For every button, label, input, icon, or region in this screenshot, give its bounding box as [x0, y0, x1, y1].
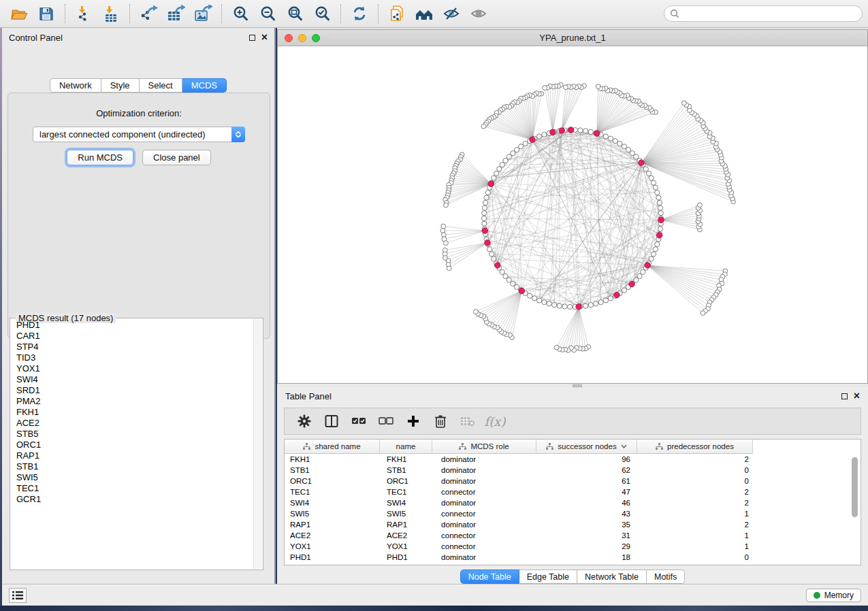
tab-node-table[interactable]: Node Table — [460, 569, 519, 584]
attribute-tree-icon — [546, 443, 553, 450]
table-row[interactable]: RAP1RAP1dominator352 — [285, 519, 861, 530]
cell-successor-nodes: 62 — [536, 466, 637, 474]
cell-successor-nodes: 31 — [536, 531, 637, 540]
tab-select[interactable]: Select — [140, 78, 182, 93]
mcds-result-item[interactable]: ORC1 — [11, 440, 253, 450]
clone-network-button[interactable] — [383, 2, 411, 25]
zoom-fit-button[interactable] — [281, 2, 308, 25]
search-box[interactable] — [664, 5, 863, 22]
delete-table-button[interactable] — [457, 411, 478, 431]
close-table-panel-icon[interactable]: × — [854, 393, 860, 399]
mcds-result-item[interactable]: RAP1 — [11, 450, 253, 461]
cell-shared-name: SWI4 — [285, 499, 380, 507]
tab-network-table[interactable]: Network Table — [577, 569, 647, 584]
export-table-button[interactable] — [162, 2, 189, 25]
cell-shared-name: ACE2 — [285, 531, 380, 540]
mcds-result-item[interactable]: SWI5 — [11, 472, 253, 483]
zoom-selected-button[interactable] — [308, 2, 336, 25]
table-toolbar: f(x) — [284, 408, 861, 435]
function-builder-button[interactable]: f(x) — [485, 411, 505, 431]
gear-button[interactable] — [294, 411, 315, 431]
memory-button[interactable]: Memory — [806, 589, 861, 602]
delete-column-button[interactable] — [430, 411, 451, 431]
close-panel-icon[interactable]: × — [261, 34, 268, 41]
table-row[interactable]: SWI4SWI4dominator462 — [285, 497, 861, 508]
table-row[interactable]: YOX1YOX1connector291 — [285, 541, 861, 552]
table-row[interactable]: FKH1FKH1dominator962 — [285, 454, 861, 465]
table-row[interactable]: ACE2ACE2connector311 — [285, 530, 861, 541]
export-image-button[interactable] — [189, 2, 216, 25]
select-all-button[interactable] — [349, 411, 369, 431]
deselect-all-button[interactable] — [376, 411, 396, 431]
column-header-name[interactable]: name — [380, 440, 432, 454]
cell-MCDS-role: dominator — [432, 455, 536, 463]
split-panel-button[interactable] — [321, 411, 342, 431]
column-header-shared-name[interactable]: shared name — [285, 440, 380, 454]
zoom-out-button[interactable] — [254, 2, 281, 25]
task-history-button[interactable] — [9, 588, 27, 603]
open-button[interactable] — [5, 2, 33, 25]
network-overview-icon — [415, 5, 434, 22]
mcds-result-item[interactable]: STP4 — [11, 342, 253, 352]
zoom-in-button[interactable] — [227, 2, 254, 25]
table-scrollbar[interactable] — [852, 456, 858, 563]
cell-shared-name: FKH1 — [285, 455, 380, 463]
tab-edge-table[interactable]: Edge Table — [519, 569, 577, 584]
cell-predecessor-nodes: 0 — [637, 466, 753, 474]
save-button[interactable] — [33, 2, 60, 25]
dropdown-stepper-icon — [231, 127, 245, 142]
mcds-result-item[interactable]: STB5 — [11, 429, 253, 440]
table-row[interactable]: TEC1TEC1connector472 — [285, 486, 861, 497]
mcds-result-item[interactable]: GCR1 — [11, 494, 253, 505]
tab-network[interactable]: Network — [50, 78, 101, 93]
cell-predecessor-nodes: 1 — [637, 542, 753, 550]
toolbar-separator — [221, 4, 222, 23]
float-table-panel-icon[interactable] — [841, 393, 848, 399]
mcds-result-item[interactable]: ACE2 — [11, 418, 253, 429]
tab-style[interactable]: Style — [101, 78, 140, 93]
mcds-result-item[interactable]: TEC1 — [11, 483, 253, 494]
table-row[interactable]: SWI5SWI5connector431 — [285, 508, 861, 519]
tab-motifs[interactable]: Motifs — [647, 569, 685, 584]
zoom-in-icon — [232, 5, 248, 22]
table-row[interactable]: ORC1ORC1dominator610 — [285, 476, 861, 486]
network-window-titlebar: YPA_prune.txt_1 — [278, 30, 867, 46]
table-panel-title: Table Panel — [285, 391, 332, 401]
table-row[interactable]: PHD1PHD1dominator180 — [285, 552, 861, 563]
table-scrollbar-thumb[interactable] — [852, 457, 858, 517]
float-panel-icon[interactable] — [249, 35, 255, 41]
column-header-predecessor-nodes[interactable]: predecessor nodes — [637, 440, 753, 454]
network-overview-button[interactable] — [411, 2, 438, 25]
optimization-criterion-dropdown[interactable]: largest connected component (undirected) — [33, 127, 245, 142]
refresh-layout-button[interactable] — [346, 2, 373, 25]
column-header-MCDS-role[interactable]: MCDS role — [432, 440, 536, 454]
close-panel-button[interactable]: Close panel — [142, 150, 211, 165]
mcds-result-item[interactable]: CAR1 — [11, 331, 253, 342]
mcds-list-scrollbar[interactable] — [253, 319, 262, 569]
cell-successor-nodes: 61 — [536, 477, 637, 485]
cell-MCDS-role: dominator — [432, 521, 536, 529]
mcds-result-item[interactable]: YOX1 — [11, 363, 253, 374]
cell-MCDS-role: dominator — [432, 477, 536, 485]
search-input[interactable] — [683, 9, 856, 18]
mcds-result-item[interactable]: SRD1 — [11, 385, 253, 396]
add-column-button[interactable] — [403, 411, 423, 431]
export-network-button[interactable] — [135, 2, 162, 25]
mcds-result-item[interactable]: SWI4 — [11, 374, 253, 385]
import-table-button[interactable] — [97, 2, 125, 25]
tab-mcds[interactable]: MCDS — [182, 78, 227, 93]
mcds-result-item[interactable]: FKH1 — [11, 407, 253, 418]
mcds-result-item[interactable]: PHD1 — [11, 320, 253, 331]
mcds-result-item[interactable]: TID3 — [11, 352, 253, 363]
clone-network-icon — [389, 5, 406, 23]
main-toolbar — [0, 0, 868, 28]
table-row[interactable]: STB1STB1dominator620 — [285, 465, 861, 476]
mcds-result-item[interactable]: STB1 — [11, 461, 253, 472]
network-canvas[interactable] — [278, 46, 867, 383]
run-mcds-button[interactable]: Run MCDS — [67, 150, 133, 165]
column-header-successor-nodes[interactable]: successor nodes — [536, 440, 637, 454]
import-network-button[interactable] — [70, 2, 97, 25]
mcds-result-item[interactable]: PMA2 — [11, 396, 253, 407]
hide-details-button[interactable] — [438, 2, 465, 25]
show-details-button[interactable] — [465, 2, 492, 25]
